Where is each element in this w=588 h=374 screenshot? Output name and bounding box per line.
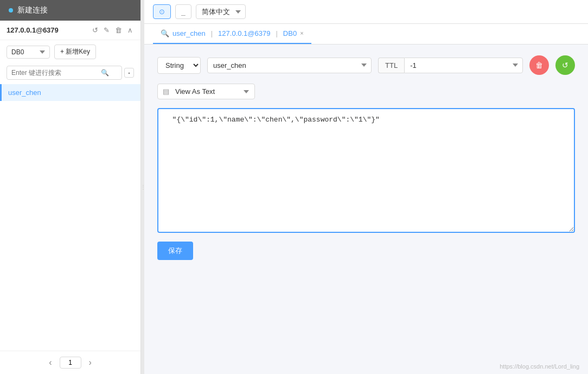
view-as-row: ▤ View As Text View As JSON View As Hex … xyxy=(157,84,575,99)
refresh-icon: ↺ xyxy=(562,61,568,69)
ttl-label: TTL xyxy=(378,58,404,73)
connection-actions: ↺ ✎ 🗑 ∧ xyxy=(91,25,134,35)
edit-connection-button[interactable]: ✎ xyxy=(103,25,111,35)
tab-user-chen[interactable]: 🔍 user_chen | 127.0.0.1@6379 | DB0 × xyxy=(153,24,311,44)
new-connection-button[interactable]: 新建连接 xyxy=(0,0,140,21)
value-textarea[interactable]: "{\"id\":1,\"name\":\"chen\",\"password\… xyxy=(157,108,575,233)
type-select[interactable]: String Hash List Set ZSet xyxy=(157,57,201,74)
field-row: String Hash List Set ZSet user_chen TTL … xyxy=(157,55,575,75)
next-page-button[interactable]: › xyxy=(86,357,95,369)
footer-url: https://blog.csdn.net/Lord_ling xyxy=(500,363,579,370)
delete-icon: 🗑 xyxy=(535,61,543,69)
terminal-icon: _ xyxy=(181,8,186,16)
add-key-label: + 新增Key xyxy=(60,47,90,56)
db-row: DB0 DB1 DB2 + 新增Key xyxy=(0,40,140,64)
collapse-connection-button[interactable]: ∧ xyxy=(126,25,134,35)
language-select[interactable]: 简体中文 English 繁體中文 xyxy=(196,4,246,19)
ttl-select[interactable]: -1 300 3600 86400 xyxy=(404,58,523,73)
new-connection-label: 新建连接 xyxy=(17,5,48,15)
content-area: String Hash List Set ZSet user_chen TTL … xyxy=(144,45,588,374)
delete-key-button[interactable]: 🗑 xyxy=(529,55,549,75)
search-input[interactable] xyxy=(7,66,122,80)
toolbar: ⊙ _ 简体中文 English 繁體中文 xyxy=(144,0,588,24)
view-as-select[interactable]: View As Text View As JSON View As Hex Vi… xyxy=(157,84,255,99)
refresh-connection-button[interactable]: ↺ xyxy=(91,25,99,35)
terminal-mode-button[interactable]: _ xyxy=(175,4,191,19)
tab-icon: 🔍 xyxy=(161,29,169,37)
tab-close-button[interactable]: × xyxy=(300,30,303,36)
search-filter-button[interactable]: ▪ xyxy=(124,68,134,78)
prev-page-button[interactable]: ‹ xyxy=(46,357,55,369)
connection-status-dot xyxy=(9,8,13,12)
pagination: ‹ › xyxy=(0,351,140,374)
page-input[interactable] xyxy=(60,357,81,369)
visual-mode-button[interactable]: ⊙ xyxy=(153,4,171,19)
delete-connection-button[interactable]: 🗑 xyxy=(114,25,123,35)
search-input-wrap: 🔍 xyxy=(7,66,122,80)
key-list: user_chen xyxy=(0,84,140,351)
tab-bar: 🔍 user_chen | 127.0.0.1@6379 | DB0 × xyxy=(144,24,588,45)
connection-label: 127.0.0.1@6379 xyxy=(7,26,59,34)
tab-connection: 127.0.0.1@6379 xyxy=(218,29,270,37)
view-as-wrap: ▤ View As Text View As JSON View As Hex … xyxy=(157,84,255,99)
key-select[interactable]: user_chen xyxy=(207,58,372,73)
tab-separator-2: | xyxy=(276,29,277,37)
tab-separator-1: | xyxy=(211,29,213,37)
tab-db: DB0 xyxy=(283,29,297,37)
add-key-button[interactable]: + 新增Key xyxy=(54,45,96,59)
list-item[interactable]: user_chen xyxy=(0,84,140,101)
db-select[interactable]: DB0 DB1 DB2 xyxy=(7,46,50,59)
tab-key-name: user_chen xyxy=(172,29,206,37)
connection-row: 127.0.0.1@6379 ↺ ✎ 🗑 ∧ xyxy=(0,21,140,40)
refresh-key-button[interactable]: ↺ xyxy=(555,55,575,75)
visual-icon: ⊙ xyxy=(159,8,165,16)
sidebar: 新建连接 127.0.0.1@6379 ↺ ✎ 🗑 ∧ DB0 DB1 DB2 … xyxy=(0,0,141,374)
save-button[interactable]: 保存 xyxy=(157,242,193,260)
key-item-label: user_chen xyxy=(8,88,41,97)
main-panel: ⊙ _ 简体中文 English 繁體中文 🔍 user_chen | 127.… xyxy=(144,0,588,374)
search-row: 🔍 ▪ xyxy=(0,64,140,84)
ttl-group: TTL -1 300 3600 86400 xyxy=(378,58,523,73)
